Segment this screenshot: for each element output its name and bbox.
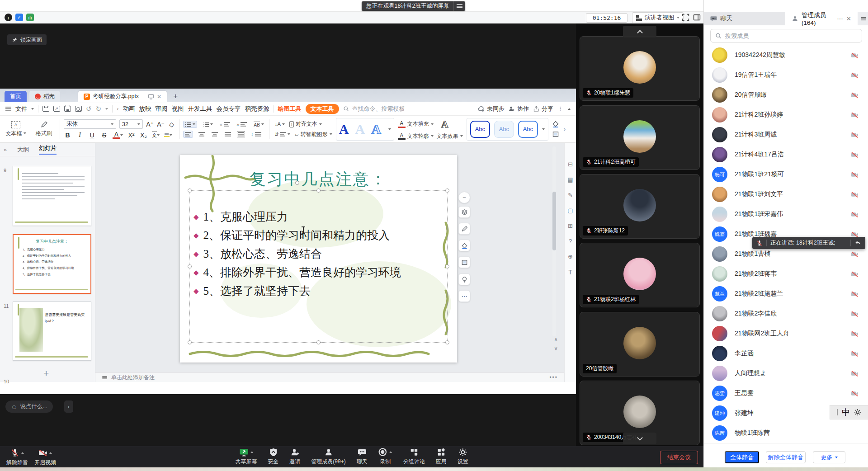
command-search-box[interactable]: 查找命令、搜索模板 xyxy=(343,105,405,113)
app-logo-icon[interactable]: ✓ xyxy=(15,14,23,21)
member-row[interactable]: 杨可21物联1班21杨可 xyxy=(704,165,868,184)
video-tile[interactable]: 21计科2班高楷可 xyxy=(580,105,700,170)
tab-document[interactable]: P 考研经验分享.pptx ✕ xyxy=(78,91,167,102)
menu-text-tools[interactable]: 文本工具 xyxy=(306,104,339,114)
canvas-scrollbar[interactable] xyxy=(552,146,556,336)
line-spacing-icon[interactable]: ↕ xyxy=(250,131,263,138)
numbered-list-button[interactable] xyxy=(201,121,214,127)
shape-fill-icon[interactable] xyxy=(552,120,559,127)
menu-draw-tools[interactable]: 绘图工具 xyxy=(278,105,302,113)
fullscreen-icon[interactable] xyxy=(682,14,689,21)
banner-menu-button[interactable] xyxy=(453,1,465,11)
undo-icon[interactable]: ↺ xyxy=(86,105,92,113)
font-size-select[interactable]: 32 xyxy=(119,119,143,129)
rail-text-icon[interactable]: T xyxy=(568,268,572,276)
ime-drag-handle[interactable] xyxy=(837,409,838,415)
scroll-videos-down-button[interactable] xyxy=(623,433,656,444)
rail-comment-icon[interactable]: ▢ xyxy=(567,207,573,214)
slide-thumbnail-11[interactable]: 是否需要报班是否要购买ipad？ xyxy=(13,301,91,361)
wordart-style-2[interactable]: A xyxy=(355,122,365,137)
bullet-list-button[interactable] xyxy=(183,121,197,128)
slide-title[interactable]: 复习中几点注意： xyxy=(180,169,457,190)
text-outline-button[interactable]: A文本轮廓 xyxy=(398,132,434,140)
menu-slideshow[interactable]: 放映 xyxy=(139,105,151,113)
current-slide[interactable]: 复习中几点注意： ◆1、克服心理压力 ◆2、保证平时的学习时间和精力的投入 ◆ xyxy=(180,155,457,363)
new-slide-button[interactable]: + xyxy=(43,368,49,379)
strikethrough-icon[interactable]: S xyxy=(100,132,108,139)
rail-grid-icon[interactable]: ⊞ xyxy=(568,222,573,229)
justify-icon[interactable] xyxy=(223,131,232,137)
main-menu-icon[interactable] xyxy=(5,107,11,111)
previous-slide-icon[interactable]: ∧ xyxy=(554,336,558,343)
shape-style-2[interactable]: Abc xyxy=(494,121,514,138)
next-slide-icon[interactable]: ∨ xyxy=(554,345,558,352)
format-painter-button[interactable]: 格式刷 xyxy=(32,118,56,141)
member-row[interactable]: 21物联2李佳欣 xyxy=(704,304,868,324)
member-row[interactable]: 190342242周慧敏 xyxy=(704,45,868,65)
manage-members-button[interactable]: 管理成员(99+) xyxy=(311,447,345,466)
text-vertical-button[interactable]: ↓A xyxy=(273,120,286,128)
underline-icon[interactable]: U xyxy=(88,132,96,139)
layers-button[interactable] xyxy=(458,206,470,218)
slide-thumbnail-10[interactable]: 复习中几点注意： 1、克服心理压力 2、保证平时的学习时间和精力的投入 3、放松… xyxy=(13,234,91,294)
text-fill-button[interactable]: A文本填充 xyxy=(398,120,434,128)
rail-plugin-icon[interactable]: ⊕ xyxy=(568,253,573,260)
wordart-gallery[interactable]: A A A xyxy=(336,118,394,141)
ime-indicator[interactable]: 中 xyxy=(830,405,868,419)
menu-view[interactable]: 视图 xyxy=(172,105,184,113)
collapse-ribbon-icon[interactable] xyxy=(568,108,571,110)
member-row[interactable]: 21物联网2班王大舟 xyxy=(704,324,868,344)
subscript-icon[interactable]: X₂ xyxy=(140,132,147,139)
to-smartart-button[interactable]: ▱转智能图形 xyxy=(295,131,332,138)
rail-edit-icon[interactable]: ✎ xyxy=(568,192,573,198)
video-tile[interactable]: 20信管殷瞰 xyxy=(580,312,700,377)
tab-docer[interactable]: ◡稻壳 xyxy=(29,91,60,102)
tab-chat[interactable]: 聊天 xyxy=(704,12,785,25)
wordart-style-1[interactable]: A xyxy=(339,122,349,137)
increase-font-icon[interactable]: A⁺ xyxy=(146,121,154,128)
align-center-icon[interactable] xyxy=(197,131,206,137)
share-button[interactable]: 分享 xyxy=(533,105,553,113)
panel-menu-icon[interactable] xyxy=(858,12,868,25)
text-effects-button[interactable]: 文本效果 xyxy=(437,132,463,140)
member-row[interactable]: 陈茜物联1班陈茜 xyxy=(704,423,868,443)
scroll-videos-up-button[interactable] xyxy=(623,26,656,38)
menu-docer-resources[interactable]: 稻壳资源 xyxy=(245,105,269,113)
rail-help-icon[interactable]: ? xyxy=(569,238,572,245)
font-color-button[interactable]: A xyxy=(113,132,123,139)
record-button[interactable]: 录制 xyxy=(378,447,392,466)
shape-outline-icon[interactable] xyxy=(552,131,559,138)
decrease-font-icon[interactable]: A⁻ xyxy=(157,121,165,128)
lock-screen-button[interactable]: 锁定画面 xyxy=(7,34,47,45)
video-tile[interactable]: 2班张陈新12 xyxy=(580,174,700,239)
scroll-menus-left-icon[interactable]: ‹ xyxy=(117,105,118,112)
font-name-select[interactable]: 宋体 xyxy=(64,119,116,129)
quick-chat-input[interactable]: ☺ 说点什么... xyxy=(5,400,53,413)
panel-more-icon[interactable]: ⋯ xyxy=(837,15,843,22)
tab-outline[interactable]: 大纲 xyxy=(17,146,29,154)
wordart-style-3[interactable]: A xyxy=(371,122,381,137)
menu-review[interactable]: 审阅 xyxy=(156,105,168,113)
shape-style-more-icon[interactable] xyxy=(542,128,545,130)
chat-button[interactable]: 聊天 xyxy=(357,447,368,466)
member-row[interactable]: 慧兰21物联2班施慧兰 xyxy=(704,284,868,304)
member-row[interactable]: 21物联1班宋嘉伟 xyxy=(704,204,868,224)
shape-style-1[interactable]: Abc xyxy=(470,121,490,138)
more-options-icon[interactable]: ⋮ xyxy=(557,105,564,112)
scrollbar-thumb[interactable] xyxy=(552,192,556,250)
line-spacing-2-button[interactable]: ⇵ xyxy=(273,131,292,138)
pinyin-guide-button[interactable]: 文 xyxy=(152,131,160,139)
rail-animation-icon[interactable]: ▤ xyxy=(567,176,573,183)
italic-icon[interactable]: I xyxy=(76,132,84,139)
security-button[interactable]: 安全 xyxy=(268,447,278,466)
align-right-icon[interactable] xyxy=(210,131,219,137)
more-history-icon[interactable] xyxy=(105,108,108,110)
menu-animation[interactable]: 动画 xyxy=(123,105,135,113)
align-left-icon[interactable] xyxy=(183,131,193,138)
member-row[interactable]: 21物联2班蒋韦 xyxy=(704,264,868,284)
reply-arrow-icon[interactable] xyxy=(854,240,861,246)
video-tile[interactable]: 20物联1缪朱慧 xyxy=(580,36,700,101)
menu-developer[interactable]: 开发工具 xyxy=(188,105,212,113)
view-mode-button[interactable]: 演讲者视图 xyxy=(632,12,684,23)
member-row[interactable]: 19信管1王瑞年 xyxy=(704,65,868,85)
